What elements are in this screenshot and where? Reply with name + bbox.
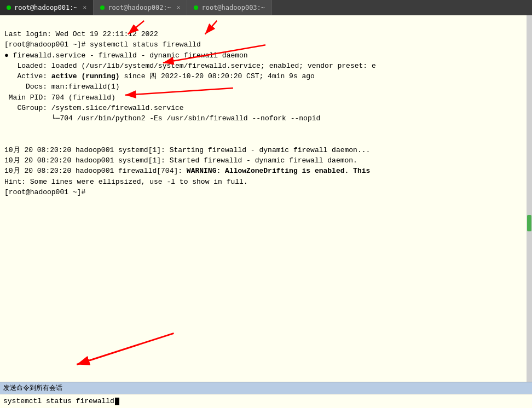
line-4: Loaded: loaded (/usr/lib/systemd/system/…	[4, 62, 376, 70]
tab-bar: root@hadoop001:~ ✕ root@hadoop002:~ ✕ ro…	[0, 0, 532, 15]
tab-label-1: root@hadoop001:~	[14, 4, 78, 11]
line-6: Docs: man:firewalld(1)	[4, 83, 120, 91]
cmd-input-text: systemctl status firewalld	[3, 397, 114, 405]
line-10: 10月 20 08:20:20 hadoop001 systemd[1]: St…	[4, 146, 370, 154]
scrollbar-track[interactable]	[527, 15, 532, 382]
line-8: CGroup: /system.slice/firewalld.service	[4, 104, 184, 112]
line-3: ● firewalld.service - firewalld - dynami…	[4, 51, 248, 60]
line-7: Main PID: 704 (firewalld)	[4, 94, 115, 102]
line-9: └─704 /usr/bin/python2 -Es /usr/sbin/fir…	[4, 114, 320, 123]
cursor-block	[115, 398, 119, 405]
line-blank	[4, 136, 9, 144]
terminal-content: Last login: Wed Oct 19 22:11:12 2022 [ro…	[4, 19, 528, 208]
tab-close-2[interactable]: ✕	[177, 4, 181, 11]
tab-hadoop003[interactable]: root@hadoop003:~	[187, 0, 272, 15]
input-bar-label: 发送命令到所有会话	[3, 383, 62, 393]
tab-dot-2	[100, 5, 105, 10]
input-bar: 发送命令到所有会话	[0, 382, 532, 394]
line-13: Hint: Some lines were ellipsized, use -l…	[4, 178, 248, 186]
line-2: [root@hadoop001 ~]# systemctl status fir…	[4, 40, 201, 49]
terminal-wrapper: Last login: Wed Oct 19 22:11:12 2022 [ro…	[0, 15, 532, 408]
line-1: Last login: Wed Oct 19 22:11:12 2022	[4, 30, 158, 38]
tab-dot-3	[194, 5, 198, 10]
tab-dot-1	[7, 5, 11, 10]
tab-hadoop001[interactable]: root@hadoop001:~ ✕	[0, 0, 94, 15]
line-12: 10月 20 08:20:20 hadoop001 firewalld[704]…	[4, 167, 370, 175]
tab-label-2: root@hadoop002:~	[108, 4, 171, 11]
svg-line-5	[77, 333, 174, 364]
line-11: 10月 20 08:20:20 hadoop001 systemd[1]: St…	[4, 156, 357, 165]
tab-close-1[interactable]: ✕	[83, 4, 87, 11]
tab-hadoop002[interactable]: root@hadoop002:~ ✕	[94, 0, 187, 15]
cmd-input-row[interactable]: systemctl status firewalld	[0, 394, 532, 408]
scrollbar-thumb[interactable]	[527, 215, 531, 231]
tab-label-3: root@hadoop003:~	[201, 4, 265, 11]
line-5: Active: active (running) since 四 2022-10…	[4, 72, 315, 80]
line-14: [root@hadoop001 ~]#	[4, 188, 85, 196]
terminal-main[interactable]: Last login: Wed Oct 19 22:11:12 2022 [ro…	[0, 15, 532, 382]
